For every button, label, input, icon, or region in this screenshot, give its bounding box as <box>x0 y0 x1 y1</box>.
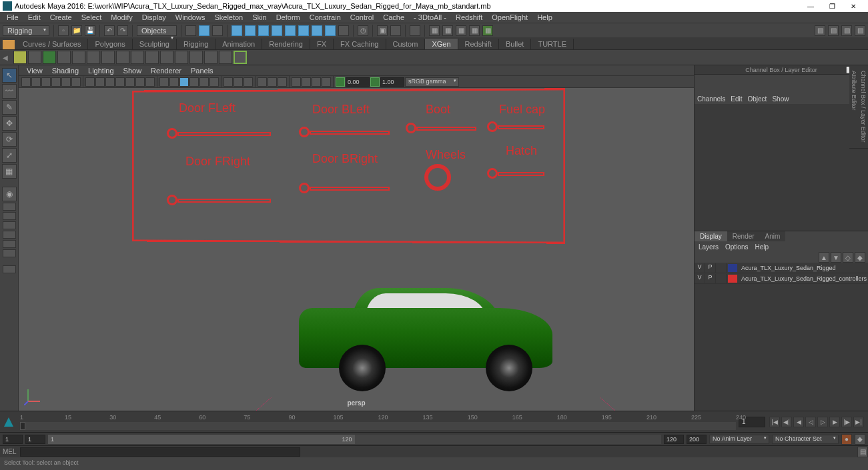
vp-xray-joints-icon[interactable] <box>234 77 243 87</box>
cb-menu-edit[interactable]: Edit <box>731 95 742 103</box>
shelf-tab-fx[interactable]: FX <box>310 39 334 49</box>
select-tool[interactable]: ↖ <box>2 68 17 83</box>
lasso-tool[interactable]: 〰 <box>2 84 17 99</box>
shelf-tab-polygons[interactable]: Polygons <box>88 39 132 49</box>
maximize-button[interactable]: ❐ <box>825 3 839 10</box>
vp-shaded-icon[interactable] <box>169 77 179 87</box>
toggle-channel-box-icon[interactable]: ▤ <box>841 25 852 36</box>
ipr-render-icon[interactable] <box>390 25 401 36</box>
vp-safe-action-icon[interactable] <box>135 77 145 87</box>
menu-file[interactable]: File <box>3 13 23 21</box>
save-scene-icon[interactable]: 💾 <box>85 25 95 36</box>
panel-layout4-icon[interactable]: ▦ <box>469 25 480 36</box>
shelf-xgen-4-icon[interactable] <box>101 51 115 64</box>
vp-isolate-icon[interactable] <box>209 77 219 87</box>
menu-display[interactable]: Display <box>138 13 170 21</box>
menu-openflight[interactable]: OpenFlight <box>488 13 532 21</box>
rig-slider-door-fr[interactable] <box>177 199 271 203</box>
shelf-xgen-10-icon[interactable] <box>189 51 203 64</box>
panel-layout3-icon[interactable]: ▦ <box>456 25 466 36</box>
rig-slider-door-bl[interactable] <box>310 131 390 135</box>
shelf-xgen-3-icon[interactable] <box>87 51 100 64</box>
layer-tab-render[interactable]: Render <box>727 231 760 241</box>
panel-layout1-icon[interactable]: ▦ <box>429 25 440 36</box>
menu-select[interactable]: Select <box>77 13 106 21</box>
history-icon[interactable]: ◷ <box>358 25 368 36</box>
shelf-tab-rendering[interactable]: Rendering <box>262 39 310 49</box>
redo-icon[interactable]: ↷ <box>117 25 128 36</box>
rig-slider-door-br[interactable] <box>310 187 390 191</box>
new-scene-icon[interactable]: ▫ <box>58 25 69 36</box>
snap-center2-icon[interactable] <box>312 25 322 36</box>
command-input[interactable] <box>20 447 300 457</box>
shelf-xgen-5-icon[interactable] <box>116 51 129 64</box>
snap-live-icon[interactable] <box>285 25 296 36</box>
shelf-xgen-8-icon[interactable] <box>160 51 173 64</box>
vp-menu-view[interactable]: View <box>23 67 47 75</box>
last-tool[interactable]: ▦ <box>2 164 17 179</box>
layer-playback-toggle[interactable]: P <box>705 263 716 273</box>
undo-icon[interactable]: ↶ <box>104 25 115 36</box>
select-by-object-icon[interactable] <box>199 25 209 36</box>
shelf-xgen-6-icon[interactable] <box>131 51 144 64</box>
shelf-xgen-open-icon[interactable] <box>13 51 27 64</box>
layout-three-icon[interactable] <box>3 240 16 248</box>
rig-knob-fuel[interactable] <box>487 121 498 132</box>
vp-lock-cam-icon[interactable] <box>31 77 41 87</box>
anim-end-field[interactable] <box>687 435 707 444</box>
menu-skeleton[interactable]: Skeleton <box>210 13 247 21</box>
menu-create[interactable]: Create <box>46 13 76 21</box>
cb-menu-channels[interactable]: Channels <box>697 95 725 103</box>
move-tool[interactable]: ✥ <box>2 116 17 131</box>
layer-menu-help[interactable]: Help <box>755 243 769 251</box>
vp-shadows-icon[interactable] <box>199 77 209 87</box>
vp-menu-show[interactable]: Show <box>119 67 146 75</box>
rig-slider-door-fl[interactable] <box>177 132 271 136</box>
layout-single-icon[interactable] <box>3 203 16 211</box>
play-back-button[interactable]: ◁ <box>805 417 816 427</box>
menu-help[interactable]: Help <box>533 13 556 21</box>
vp-wireframe-icon[interactable] <box>159 77 169 87</box>
shelf-xgen-1-icon[interactable] <box>57 51 71 64</box>
select-by-component-icon[interactable] <box>212 25 223 36</box>
layer-display-type[interactable] <box>716 274 727 283</box>
toggle-attr-editor-icon[interactable]: ▤ <box>815 25 825 36</box>
vp-2d-pan-icon[interactable] <box>61 77 71 87</box>
vp-res-gate-icon[interactable] <box>105 77 115 87</box>
shelf-xgen-2-icon[interactable] <box>72 51 85 64</box>
layout-two-v-icon[interactable] <box>3 231 16 239</box>
side-tab-channelbox[interactable]: Channel Box / Layer Editor <box>859 65 868 149</box>
go-to-start-button[interactable]: |◀ <box>769 417 780 427</box>
step-back-key-button[interactable]: ◀| <box>781 417 792 427</box>
rotate-tool[interactable]: ⟳ <box>2 132 17 147</box>
anim-start-field[interactable] <box>3 435 23 444</box>
vp-gamma-icon[interactable] <box>370 77 380 87</box>
rig-wheel-control[interactable] <box>424 164 451 191</box>
shelf-tab-fxcaching[interactable]: FX Caching <box>334 39 386 49</box>
layer-new-empty-icon[interactable]: ◇ <box>843 252 853 263</box>
layout-extra-icon[interactable] <box>3 265 16 273</box>
minimize-button[interactable]: — <box>804 3 817 10</box>
layer-move-up-icon[interactable]: ▲ <box>819 252 829 263</box>
shelf-tab-animation[interactable]: Animation <box>215 39 262 49</box>
layer-menu-options[interactable]: Options <box>725 243 748 251</box>
rig-slider-boot[interactable] <box>416 127 476 131</box>
menu-redshift[interactable]: Redshift <box>452 13 486 21</box>
car-model[interactable] <box>299 288 566 408</box>
layer-new-selected-icon[interactable]: ◆ <box>855 252 865 263</box>
cb-menu-object[interactable]: Object <box>748 95 767 103</box>
rig-slider-hatch[interactable] <box>498 172 544 176</box>
shelf-tab-sculpting[interactable]: Sculpting <box>133 39 177 49</box>
toggle-tool-settings-icon[interactable]: ▤ <box>828 25 839 36</box>
step-forward-button[interactable]: ▶ <box>829 417 840 427</box>
vp-bookmarks-icon[interactable] <box>41 77 51 87</box>
shelf-xgen-11-icon[interactable] <box>204 51 218 64</box>
vp-select-cam-icon[interactable] <box>21 77 31 87</box>
menu-3dtoall[interactable]: - 3DtoAll - <box>410 13 450 21</box>
soft-select-tool[interactable]: ◉ <box>2 187 17 201</box>
close-button[interactable]: ✕ <box>847 3 860 10</box>
menu-skin[interactable]: Skin <box>248 13 270 21</box>
vp-motion-blur-icon[interactable] <box>268 77 277 87</box>
viewport-3d[interactable]: Door FLeft Door FRight Door BLeft Door B… <box>19 88 694 411</box>
select-by-hierarchy-icon[interactable] <box>185 25 196 36</box>
